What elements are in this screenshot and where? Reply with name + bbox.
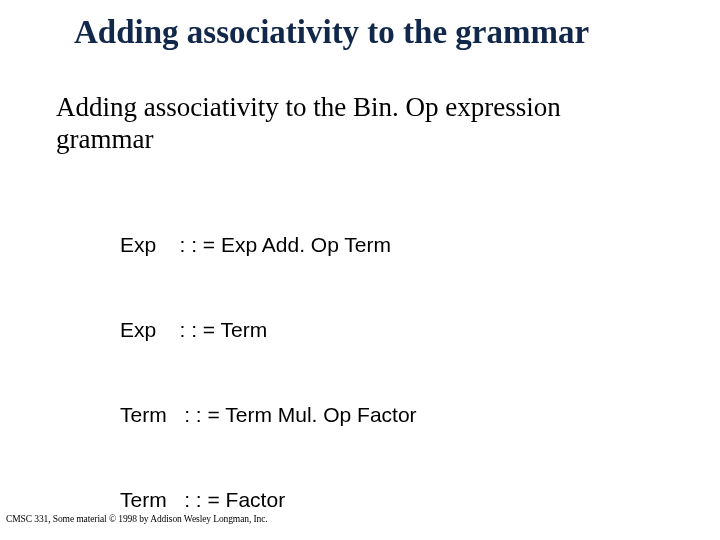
grammar-line: Exp : : = Exp Add. Op Term xyxy=(120,231,417,259)
slide: Adding associativity to the grammar Addi… xyxy=(0,0,720,540)
slide-footer: CMSC 331, Some material © 1998 by Addiso… xyxy=(6,514,268,524)
slide-title: Adding associativity to the grammar xyxy=(74,14,680,51)
slide-subtitle: Adding associativity to the Bin. Op expr… xyxy=(56,92,640,156)
grammar-line: Exp : : = Term xyxy=(120,316,417,344)
grammar-line: Term : : = Factor xyxy=(120,486,417,514)
grammar-line: Term : : = Term Mul. Op Factor xyxy=(120,401,417,429)
grammar-block: Exp : : = Exp Add. Op Term Exp : : = Ter… xyxy=(120,174,417,540)
